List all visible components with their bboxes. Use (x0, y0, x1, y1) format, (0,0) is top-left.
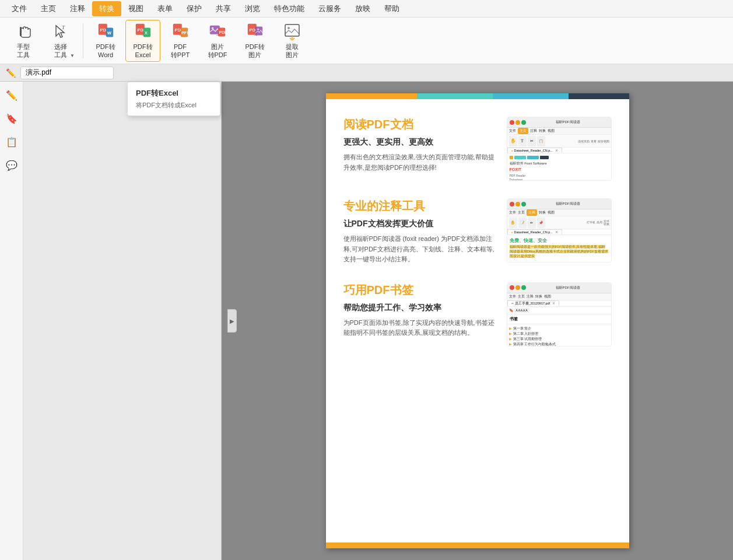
svg-point-28 (287, 27, 290, 29)
pdf-to-img-button[interactable]: PDF → PDF转图片 (237, 20, 272, 62)
menu-help[interactable]: 帮助 (377, 1, 406, 16)
pdf-page: 阅读PDF文档 更强大、更实用、更高效 拥有出色的文档渲染效果,强大的页面管理功… (326, 93, 629, 548)
color-bar-teal (417, 93, 493, 99)
pdf-to-excel-tooltip: PDF转Excel 将PDF文档转成Excel (127, 82, 220, 116)
feature-title-annotate: 专业的注释工具 (343, 198, 495, 214)
pdf-to-ppt-icon: PDF → PPT (171, 22, 190, 41)
bookmark-sidebar-icon[interactable]: 🔖 (4, 111, 19, 126)
mini-tab-bar-2: ● Datasheet_Reader_CN.p... ✕ (507, 229, 611, 235)
tooltip-desc: 将PDF文档转成Excel (136, 101, 212, 110)
hand-icon (14, 22, 33, 41)
color-bar-blue (493, 93, 569, 99)
filename-input[interactable] (20, 66, 114, 79)
img-to-pdf-icon: → PDF (208, 22, 227, 41)
collapse-panel-button[interactable]: ▶ (227, 309, 237, 332)
img-to-pdf-button[interactable]: → PDF 图片转PDF (200, 20, 235, 62)
mini-app-2: 福昕PDF阅读器 文件 主页 注释 转换 视图 ✋ 📝 (507, 199, 611, 262)
pdf-content: 阅读PDF文档 更强大、更实用、更高效 拥有出色的文档渲染效果,强大的页面管理功… (326, 99, 629, 382)
menu-share[interactable]: 共享 (209, 1, 238, 16)
mini-menubar-2: 文件 主页 注释 转换 视图 (507, 209, 611, 216)
pdf-to-ppt-label: PDF转PPT (171, 43, 190, 58)
pdf-to-word-label: PDF转Word (96, 43, 115, 58)
pdf-to-excel-button[interactable]: PDF → X PDF转Excel (125, 20, 160, 62)
mini-toolbar-1: ✋ 𝕋 ✂ 📋 连续页面 查看 旋转视图 (507, 135, 611, 148)
mini-bookmark-item-4: ▶ 第四章 工作行为与勤勉条式 (509, 342, 609, 346)
left-panel (23, 82, 222, 560)
feature-text-annotate: 专业的注释工具 让PDF文档发挥更大价值 使用福昕PDF阅读器 (foxit r… (343, 198, 495, 265)
mini-tab-1: ● Datasheet_Reader_CN.p... ✕ (507, 148, 562, 153)
left-sidebar: ✏️ 🔖 📋 💬 (0, 82, 23, 560)
feature-section-read: 阅读PDF文档 更强大、更实用、更高效 拥有出色的文档渲染效果,强大的页面管理功… (343, 117, 612, 181)
menu-cloud[interactable]: 云服务 (311, 1, 348, 16)
feature-subtitle-annotate: 让PDF文档发挥更大价值 (343, 219, 495, 229)
mini-tab-3: ✏ 员工手册_20120917.pdf ✕ (507, 300, 560, 306)
svg-rect-0 (20, 27, 22, 36)
svg-text:PDF: PDF (219, 30, 227, 34)
extract-img-button[interactable]: 提取图片 (275, 20, 310, 62)
mini-bookmark-item-1: ▶ 第一章 简介 (509, 327, 609, 331)
svg-point-18 (212, 27, 214, 30)
mini-tab-bar-1: ● Datasheet_Reader_CN.p... ✕ (507, 148, 611, 153)
pdf-to-ppt-button[interactable]: PDF → PPT PDF转PPT (163, 20, 198, 62)
img-to-pdf-label: 图片转PDF (208, 43, 227, 58)
mini-app-3: 福昕PDF阅读器 文件 主页 注释 转换 视图 ✏ (507, 283, 611, 346)
menu-convert[interactable]: 转换 (92, 1, 121, 16)
tooltip-title: PDF转Excel (136, 88, 212, 99)
pdf-area[interactable]: 阅读PDF文档 更强大、更实用、更高效 拥有出色的文档渲染效果,强大的页面管理功… (222, 82, 733, 560)
pdf-to-img-icon: PDF → (245, 22, 264, 41)
svg-text:X: X (145, 30, 148, 36)
mini-green-text: 免费、快速、安全 (510, 237, 609, 244)
hand-tool-button[interactable]: 手型工具 (6, 20, 41, 62)
mini-bookmark-toolbar: 🔖 A A A A A (507, 307, 611, 314)
extract-img-icon (283, 22, 301, 41)
separator-1 (83, 23, 83, 58)
page-sidebar-icon[interactable]: 📋 (4, 134, 19, 149)
mini-content-1: 福昕软件 Foxit Software FOXIT PDF Reader Dat… (507, 153, 611, 181)
menu-present[interactable]: 放映 (348, 1, 377, 16)
pencil-sidebar-icon[interactable]: ✏️ (4, 88, 19, 103)
color-bar-orange (326, 93, 417, 99)
pdf-to-excel-label: PDF转Excel (134, 43, 153, 58)
feature-desc-bookmark: 为PDF页面添加书签,除了实现内容的快速导航,书签还能指明不同书签的层级关系,展… (343, 318, 495, 338)
pdf-to-word-button[interactable]: PDF → W PDF转Word (88, 20, 123, 62)
mini-bookmark-list: ▶ 第一章 简介 ▶ 第二章 入职管理 ▶ 第三章 试用期管理 (507, 324, 611, 346)
feature-image-read: 福昕PDF阅读器 文件 主页 注释 转换 视图 ✋ 𝕋 (507, 117, 612, 181)
bottom-bar (326, 542, 629, 548)
color-bar-dark (569, 93, 629, 99)
mini-bookmark-item-3: ▶ 第三章 试用期管理 (509, 337, 609, 341)
mini-highlight-text: 福昕阅读器是一款功能强大的PDF阅读软件,具有性能卓著,福昕阅读器采用Offic… (510, 245, 608, 257)
svg-text:PPT: PPT (181, 31, 189, 35)
select-tool-button[interactable]: T 选择工具 ▼ (43, 20, 78, 62)
feature-subtitle-read: 更强大、更实用、更高效 (343, 137, 495, 148)
pdf-to-word-icon: PDF → W (96, 22, 115, 41)
feature-image-annotate: 福昕PDF阅读器 文件 主页 注释 转换 视图 ✋ 📝 (507, 198, 612, 262)
mini-content-2: 免费、快速、安全 福昕阅读器是一款功能强大的PDF阅读软件,具有性能卓著,福昕阅… (507, 235, 611, 261)
mini-tab-2: ● Datasheet_Reader_CN.p... ✕ (507, 229, 562, 235)
color-bar (326, 93, 629, 99)
mini-toolbar-2: ✋ 📝 ✏ 📌 打字机 高亮 文件转换 (507, 216, 611, 229)
mini-titlebar-2: 福昕PDF阅读器 (507, 199, 611, 209)
tabbar: ✏️ (0, 64, 733, 82)
feature-text-bookmark: 巧用PDF书签 帮助您提升工作、学习效率 为PDF页面添加书签,除了实现内容的快… (343, 282, 495, 338)
feature-image-bookmark: 福昕PDF阅读器 文件 主页 注释 转换 视图 ✏ (507, 282, 612, 346)
menu-annotate[interactable]: 注释 (63, 1, 92, 16)
feature-section-bookmark: 巧用PDF书签 帮助您提升工作、学习效率 为PDF页面添加书签,除了实现内容的快… (343, 282, 612, 346)
menu-features[interactable]: 特色功能 (267, 1, 311, 16)
mini-titlebar-3: 福昕PDF阅读器 (507, 283, 611, 293)
select-icon: T (51, 22, 70, 41)
menu-home[interactable]: 主页 (34, 1, 63, 16)
main-area: ✏️ 🔖 📋 💬 ▶ 阅读PDF文档 更强大、更实用、更高效 (0, 82, 733, 560)
toolbar: 手型工具 T 选择工具 ▼ PDF → W PDF转Word (0, 18, 733, 64)
feature-text-read: 阅读PDF文档 更强大、更实用、更高效 拥有出色的文档渲染效果,强大的页面管理功… (343, 117, 495, 173)
feature-title-read: 阅读PDF文档 (343, 117, 495, 132)
svg-text:T: T (62, 24, 65, 30)
menu-protect[interactable]: 保护 (180, 1, 209, 16)
comment-sidebar-icon[interactable]: 💬 (4, 158, 19, 173)
feature-title-bookmark: 巧用PDF书签 (343, 282, 495, 298)
menu-file[interactable]: 文件 (5, 1, 34, 16)
feature-section-annotate: 专业的注释工具 让PDF文档发挥更大价值 使用福昕PDF阅读器 (foxit r… (343, 198, 612, 265)
menu-form[interactable]: 表单 (150, 1, 180, 16)
menu-browse[interactable]: 浏览 (238, 1, 267, 16)
pencil-icon: ✏️ (6, 68, 16, 78)
menu-view[interactable]: 视图 (121, 1, 150, 16)
